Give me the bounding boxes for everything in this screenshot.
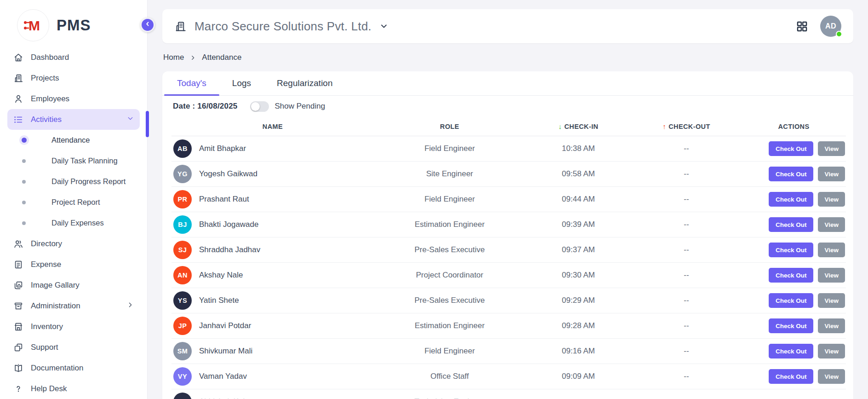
sidebar-subitem-daily-task-planning[interactable]: Daily Task Planning <box>0 150 147 171</box>
chevron-down-icon <box>126 115 134 125</box>
table-row: YSYatin ShetePre-Sales Executive09:29 AM… <box>171 288 846 313</box>
sidebar-item-activities[interactable]: Activities <box>7 109 140 130</box>
sidebar-item-administration[interactable]: Administration <box>7 295 140 316</box>
chevron-right-icon <box>126 301 134 311</box>
view-button[interactable]: View <box>818 344 845 359</box>
people-icon <box>13 238 24 249</box>
sidebar-subitem-daily-progress-report[interactable]: Daily Progress Report <box>0 171 147 192</box>
show-pending-toggle[interactable] <box>250 101 269 112</box>
check-out-button[interactable]: Check Out <box>769 293 814 308</box>
check-out-button[interactable]: Check Out <box>769 141 814 156</box>
role-cell: Site Engineer <box>374 169 525 179</box>
col-header-name: NAME <box>171 123 374 130</box>
date-label: Date : 16/08/2025 <box>173 102 237 111</box>
chevron-right-icon <box>190 54 196 61</box>
sidebar-item-dashboard[interactable]: Dashboard <box>7 47 140 68</box>
sidebar-subitem-daily-expenses[interactable]: Daily Expenses <box>0 213 147 233</box>
check-out-cell: -- <box>631 321 742 330</box>
check-out-button[interactable]: Check Out <box>769 192 814 207</box>
employee-name: Janhavi Potdar <box>199 321 251 330</box>
sidebar-subitem-label: Daily Task Planning <box>51 156 118 165</box>
home-icon <box>13 52 24 63</box>
employee-cell: VYVaman Yadav <box>171 367 374 386</box>
employee-cell: ANAkshay Nale <box>171 266 374 284</box>
check-out-button[interactable]: Check Out <box>769 167 814 181</box>
employee-cell: SMShivkumar Mali <box>171 342 374 360</box>
sidebar: M PMS DashboardProjectsEmployeesActiviti… <box>0 0 148 399</box>
sidebar-item-help-desk[interactable]: Help Desk <box>7 378 140 399</box>
check-in-cell: 09:37 AM <box>525 245 631 254</box>
employee-cell: YSYatin Shete <box>171 291 374 310</box>
employee-name: Yatin Shete <box>199 296 239 305</box>
sidebar-nav: DashboardProjectsEmployeesActivitiesAtte… <box>0 47 147 399</box>
bullet-icon <box>21 158 27 164</box>
view-button[interactable]: View <box>818 243 845 257</box>
check-out-button[interactable]: Check Out <box>769 217 814 232</box>
table-row: YGYogesh GaikwadSite Engineer09:58 AM--C… <box>171 162 846 187</box>
check-out-button[interactable]: Check Out <box>769 369 814 384</box>
user-avatar[interactable]: AD <box>820 16 841 37</box>
avatar: VY <box>173 367 192 386</box>
sidebar-item-label: Support <box>31 343 134 352</box>
sidebar-item-directory[interactable]: Directory <box>7 233 140 254</box>
view-button[interactable]: View <box>818 369 845 384</box>
role-cell: Field Engineer <box>374 347 525 356</box>
check-out-cell: -- <box>631 296 742 305</box>
table-row: Abhishek KaleTechnician Engineer <box>171 389 846 399</box>
sidebar-item-image-gallary[interactable]: Image Gallary <box>7 275 140 295</box>
table-header: NAME ROLE ↓CHECK-IN ↑CHECK-OUT ACTIONS <box>171 117 846 136</box>
sidebar-item-inventory[interactable]: Inventory <box>7 316 140 337</box>
svg-text:M: M <box>29 18 40 33</box>
check-out-cell: -- <box>631 195 742 204</box>
toggle-knob <box>251 102 260 111</box>
view-button[interactable]: View <box>818 318 845 333</box>
sidebar-subitem-project-report[interactable]: Project Report <box>0 192 147 213</box>
avatar: AN <box>173 266 192 284</box>
actions-cell: Check OutView <box>742 141 846 156</box>
sidebar-item-support[interactable]: Support <box>7 337 140 358</box>
sidebar-item-label: Administration <box>31 301 126 311</box>
sidebar-item-employees[interactable]: Employees <box>7 88 140 109</box>
employee-name: Vaman Yadav <box>199 372 247 381</box>
view-button[interactable]: View <box>818 192 845 207</box>
avatar: SM <box>173 342 192 360</box>
apps-grid-icon[interactable] <box>796 20 808 33</box>
view-button[interactable]: View <box>818 293 845 308</box>
company-name: Marco Secure Solutions Pvt. Ltd. <box>194 19 371 34</box>
view-button[interactable]: View <box>818 217 845 232</box>
tab-logs[interactable]: Logs <box>219 71 264 95</box>
sidebar-collapse-button[interactable] <box>140 17 155 32</box>
avatar <box>173 393 192 399</box>
sidebar-subitem-label: Project Report <box>51 198 100 207</box>
company-selector[interactable]: Marco Secure Solutions Pvt. Ltd. <box>174 19 388 34</box>
check-out-button[interactable]: Check Out <box>769 243 814 257</box>
view-button[interactable]: View <box>818 167 845 181</box>
list-icon <box>13 114 24 125</box>
bullet-icon <box>21 200 27 205</box>
avatar: BJ <box>173 215 192 234</box>
avatar: YS <box>173 291 192 310</box>
check-out-button[interactable]: Check Out <box>769 318 814 333</box>
employee-cell: SJShraddha Jadhav <box>171 241 374 259</box>
col-header-checkout[interactable]: ↑CHECK-OUT <box>631 122 742 130</box>
view-button[interactable]: View <box>818 268 845 283</box>
check-out-button[interactable]: Check Out <box>769 344 814 359</box>
sidebar-item-projects[interactable]: Projects <box>7 68 140 88</box>
role-cell: Pre-Sales Executive <box>374 296 525 305</box>
tab-today-s[interactable]: Today's <box>164 71 219 95</box>
active-section-indicator <box>146 111 149 137</box>
bullet-icon <box>21 138 27 143</box>
receipt-icon <box>13 259 24 270</box>
check-out-button[interactable]: Check Out <box>769 268 814 283</box>
tab-regularization[interactable]: Regularization <box>264 71 345 95</box>
sidebar-item-label: Expense <box>31 260 134 269</box>
breadcrumb-home[interactable]: Home <box>163 53 184 62</box>
col-header-checkin[interactable]: ↓CHECK-IN <box>525 122 631 130</box>
sidebar-item-expense[interactable]: Expense <box>7 254 140 275</box>
avatar: SJ <box>173 241 192 259</box>
actions-cell: Check OutView <box>742 344 846 359</box>
person-icon <box>13 93 24 104</box>
view-button[interactable]: View <box>818 141 845 156</box>
sidebar-item-documentation[interactable]: Documentation <box>7 358 140 378</box>
sidebar-subitem-attendance[interactable]: Attendance <box>0 130 147 150</box>
